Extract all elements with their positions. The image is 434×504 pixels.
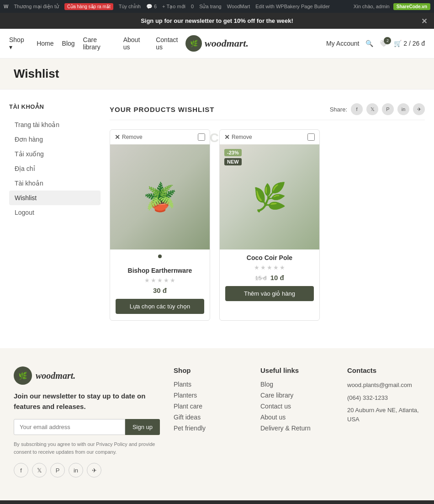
product-info-1: Bishop Earthernware ★ ★ ★ ★ ★ 30 đ Lựa c… — [110, 262, 210, 320]
footer-ul-blog-link[interactable]: Blog — [260, 381, 273, 388]
menu-item-account2: Tài khoản — [9, 176, 101, 191]
page-title: Wishlist — [14, 67, 420, 81]
newsletter-form: Sign up — [14, 419, 160, 435]
product-image-2: -23% NEW 🌿 — [220, 144, 319, 249]
product-card-top-1: ✕ Remove — [110, 130, 210, 144]
product-price-1: 30 đ — [116, 286, 204, 294]
share-pinterest-icon[interactable]: P — [382, 103, 394, 115]
site-header: Shop ▾ Home Blog Care library About us C… — [0, 29, 434, 58]
footer-shop-plant-care-link[interactable]: Plant care — [174, 403, 202, 410]
account-sidebar-title: TÀI KHOẢN — [9, 103, 101, 110]
footer-ul-about-link[interactable]: About us — [260, 414, 286, 421]
share-twitter-icon[interactable]: 𝕏 — [366, 103, 378, 115]
wishlist-icon[interactable]: 🤍 2 — [380, 40, 387, 47]
product-stars-2: ★ ★ ★ ★ ★ — [225, 264, 314, 271]
remove-button-1[interactable]: ✕ Remove — [115, 133, 143, 141]
menu-link-account2[interactable]: Tài khoản — [9, 176, 101, 191]
footer-ul-care-link[interactable]: Care library — [260, 392, 293, 399]
remove-button-2[interactable]: ✕ Remove — [224, 133, 252, 141]
menu-link-downloads[interactable]: Tải xuống — [9, 147, 101, 161]
my-account-link[interactable]: My Account — [326, 40, 359, 47]
search-icon[interactable]: 🔍 — [365, 40, 373, 47]
nav-about-us[interactable]: About us — [123, 36, 148, 51]
add-to-cart-button-2[interactable]: Thêm vào giỏ hàng — [225, 286, 314, 301]
product-card-coco: ✕ Remove -23% NEW 🌿 Coco Coir Pole ★ — [219, 129, 320, 321]
footer-telegram-icon[interactable]: ✈ — [87, 463, 101, 477]
newsletter-submit-button[interactable]: Sign up — [125, 419, 160, 435]
footer-shop-planters-link[interactable]: Planters — [174, 392, 197, 399]
main-content: TÀI KHOẢN Trang tài khoản Đơn hàng Tải x… — [0, 90, 434, 334]
footer-ul-delivery-link[interactable]: Delivery & Return — [260, 424, 311, 432]
account-sidebar: TÀI KHOẢN Trang tài khoản Đơn hàng Tải x… — [9, 103, 101, 321]
star-2-2: ★ — [260, 264, 266, 271]
menu-link-account[interactable]: Trang tài khoản — [9, 117, 101, 132]
footer-shop-pet-friendly-link[interactable]: Pet friendly — [174, 424, 206, 432]
star-1-1: ★ — [144, 277, 150, 284]
product-image-1: 🪴 — [110, 144, 210, 249]
close-promo-button[interactable]: ✕ — [421, 16, 427, 25]
footer-shop-plants-link[interactable]: Plants — [174, 381, 191, 388]
admin-greeting: Xin chào, admin — [354, 4, 390, 9]
menu-item-wishlist: Wishlist — [9, 191, 101, 205]
star-1-3: ★ — [157, 277, 163, 284]
footer-grid: 🌿 woodmart. Join our newsletter to stay … — [14, 366, 420, 477]
footer-useful-links-title: Useful links — [260, 366, 333, 374]
footer-shop-title: Shop — [174, 366, 247, 374]
nav-contact-us[interactable]: Contact us — [156, 36, 185, 51]
admin-store-badge[interactable]: Cửa hàng sắp ra mắt — [64, 3, 113, 10]
menu-item-downloads: Tải xuống — [9, 147, 101, 161]
share-facebook-icon[interactable]: f — [351, 103, 363, 115]
select-options-button-1[interactable]: Lựa chọn các tùy chọn — [116, 299, 204, 314]
logo-icon: 🌿 — [185, 35, 202, 52]
share-linkedin-icon[interactable]: in — [397, 103, 409, 115]
footer-facebook-icon[interactable]: f — [14, 463, 28, 477]
nav-home[interactable]: Home — [37, 40, 53, 47]
product-card-bishop: ✕ Remove 🪴 Bishop Earthernware ★ ★ — [110, 129, 210, 321]
menu-item-orders: Đơn hàng — [9, 132, 101, 147]
menu-link-wishlist[interactable]: Wishlist — [9, 191, 101, 205]
footer-copyright-bar: Copyright © ShareCode.vn — [0, 500, 434, 504]
footer-ul-contact: Contact us — [260, 403, 333, 410]
wp-logo[interactable]: W — [4, 4, 8, 9]
admin-edit-page[interactable]: Sửa trang — [199, 4, 222, 10]
newsletter-email-input[interactable] — [14, 419, 125, 435]
header-right: My Account 🔍 🤍 2 🛒 2 / 26 đ — [249, 40, 425, 47]
footer-ul-contact-link[interactable]: Contact us — [260, 403, 291, 410]
admin-site-name[interactable]: WoodMart — [227, 4, 250, 9]
footer-shop-col: Shop Plants Planters Plant care Gift ide… — [174, 366, 247, 477]
cart-icon[interactable]: 🛒 2 / 26 đ — [394, 40, 425, 47]
admin-customize[interactable]: Tùy chỉnh — [119, 4, 141, 10]
footer-twitter-icon[interactable]: 𝕏 — [32, 463, 47, 477]
product-checkbox-2[interactable] — [307, 133, 315, 141]
footer-logo-text: woodmart. — [36, 371, 75, 381]
footer-contacts-title: Contacts — [347, 366, 420, 374]
admin-new-item[interactable]: + Tạo mới — [162, 4, 185, 10]
footer-linkedin-icon[interactable]: in — [69, 463, 83, 477]
nav-care-library[interactable]: Care library — [83, 36, 115, 51]
site-logo[interactable]: 🌿 woodmart. — [185, 35, 249, 52]
footer-useful-links-menu: Blog Care library Contact us About us De… — [260, 381, 333, 432]
admin-new-count[interactable]: 0 — [191, 4, 194, 9]
promo-text: Sign up for our newsletter to get 10% of… — [141, 17, 293, 24]
footer-pinterest-icon[interactable]: P — [50, 463, 65, 477]
menu-link-orders[interactable]: Đơn hàng — [9, 132, 101, 147]
product-card-top-2: ✕ Remove — [220, 130, 319, 144]
wishlist-area: ShareCode.vn YOUR PRODUCTS WISHLIST Shar… — [110, 103, 425, 321]
menu-link-address[interactable]: Địa chỉ — [9, 161, 101, 176]
admin-builder[interactable]: Edit with WPBakery Page Builder — [255, 4, 330, 9]
new-badge-2: NEW — [224, 158, 242, 165]
nav-blog[interactable]: Blog — [62, 40, 75, 47]
product-checkbox-1[interactable] — [198, 133, 205, 141]
footer-social-icons: f 𝕏 P in ✈ — [14, 463, 160, 477]
menu-link-logout[interactable]: Logout — [9, 205, 101, 220]
share-telegram-icon[interactable]: ✈ — [413, 103, 425, 115]
product-dot-1 — [158, 255, 162, 258]
footer-address: 20 Auburn Ave NE, Atlanta, USA — [347, 406, 420, 424]
footer-shop-gift-ideas-link[interactable]: Gift ideas — [174, 414, 201, 421]
star-2-4: ★ — [273, 264, 279, 271]
nav-shop[interactable]: Shop ▾ — [9, 36, 28, 51]
footer-logo-icon: 🌿 — [14, 366, 32, 385]
admin-comments[interactable]: 💬 6 — [146, 4, 157, 10]
admin-store-name[interactable]: Thương mại điện tử — [14, 4, 59, 10]
wishlist-title: YOUR PRODUCTS WISHLIST — [110, 106, 215, 113]
